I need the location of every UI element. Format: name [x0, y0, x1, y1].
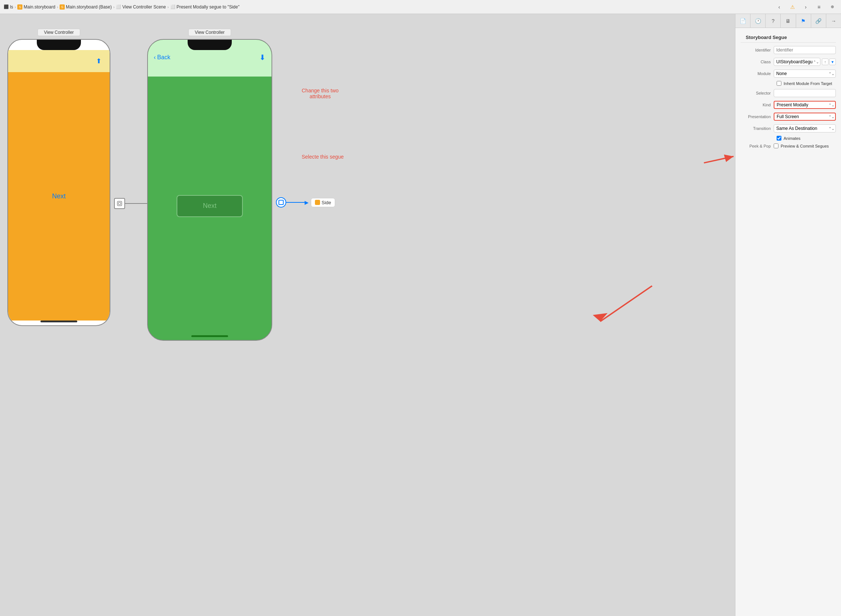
toolbar: ⬛ ls › S Main.storyboard › S Main.storyb… — [0, 0, 841, 14]
side-dot-icon — [315, 200, 320, 205]
panel-tab-help[interactable]: ? — [766, 14, 781, 28]
inherit-checkbox[interactable] — [777, 81, 781, 86]
breadcrumb-item-3[interactable]: S Main.storyboard (Base) — [60, 4, 112, 10]
peek-pop-text: Preview & Commit Segues — [781, 144, 829, 148]
panel-tab-file[interactable]: 📄 — [736, 14, 750, 28]
class-select[interactable]: UIStoryboardSegue — [774, 58, 820, 66]
selector-label: Selector — [741, 91, 774, 95]
right-phone-header: ‹ Back ⬇ — [148, 40, 271, 76]
left-phone-container: View Controller ⬆ Next — [7, 29, 110, 326]
side-destination-label: Side — [311, 198, 335, 207]
breadcrumb-item-1[interactable]: ⬛ ls — [4, 4, 13, 10]
presentation-select[interactable]: Full Screen — [774, 113, 836, 121]
animates-checkbox[interactable] — [777, 136, 781, 141]
svg-line-2 — [704, 156, 734, 163]
left-phone-label: View Controller — [38, 29, 80, 36]
panel-tabs: 📄 🕐 ? 🖥 ⚑ 🔗 → — [736, 14, 841, 28]
svg-rect-0 — [117, 201, 122, 206]
annotation-select: Selecte this segue — [302, 154, 344, 160]
right-phone-home-bar — [191, 335, 228, 337]
animates-label: Animates — [784, 136, 800, 141]
segue-icon-left — [114, 198, 125, 209]
right-panel: 📄 🕐 ? 🖥 ⚑ 🔗 → Storyboard Segue Identifie… — [735, 14, 841, 616]
svg-rect-1 — [119, 202, 121, 205]
back-button-mockup: ‹ Back — [154, 54, 170, 61]
panel-title: Storyboard Segue — [741, 31, 836, 43]
kind-select[interactable]: Present Modally — [774, 101, 836, 109]
breadcrumb-item-4[interactable]: ⬜ View Controller Scene — [116, 4, 166, 10]
panel-tab-flag[interactable]: ⚑ — [796, 14, 811, 28]
transition-label: Transition — [741, 126, 774, 131]
main-layout: View Controller ⬆ Next — [0, 14, 841, 616]
peek-pop-checkbox[interactable] — [774, 144, 778, 148]
left-phone-orange-body: Next — [8, 72, 110, 321]
panel-tab-clock[interactable]: 🕐 — [750, 14, 766, 28]
right-phone-notch — [188, 40, 232, 50]
left-phone-top: ⬆ — [8, 50, 110, 72]
selector-input[interactable] — [774, 89, 836, 97]
panel-tab-device[interactable]: 🖥 — [781, 14, 796, 28]
back-button[interactable]: ‹ — [774, 3, 784, 11]
segue-circle-inner — [278, 200, 284, 205]
next-button-mockup: Next — [177, 195, 243, 217]
class-icon-btn-2[interactable]: ▼ — [829, 59, 836, 65]
right-phone-mockup: ‹ Back ⬇ Next — [147, 39, 272, 341]
left-next-label: Next — [52, 192, 66, 200]
left-phone-mockup: ⬆ Next — [7, 39, 110, 326]
svg-line-3 — [600, 286, 652, 322]
segue-circle-right[interactable] — [276, 197, 286, 208]
presentation-label: Presentation — [741, 114, 774, 119]
warning-button[interactable]: ⚠ — [787, 3, 798, 11]
kind-row: Kind Present Modally ⌃⌄ — [741, 100, 836, 109]
presentation-row: Presentation Full Screen ⌃⌄ — [741, 112, 836, 121]
module-label: Module — [741, 71, 774, 76]
download-icon-mockup: ⬇ — [259, 53, 266, 62]
svg-marker-4 — [593, 313, 607, 322]
peek-pop-row: Peek & Pop Preview & Commit Segues — [741, 144, 836, 148]
class-row: Class UIStoryboardSegue ⌃⌄ ↑ ▼ — [741, 57, 836, 66]
transition-row: Transition Same As Destination ⌃⌄ — [741, 124, 836, 133]
inherit-row: Inherit Module From Target — [741, 81, 836, 86]
forward-button[interactable]: › — [800, 3, 811, 11]
left-phone-notch — [37, 40, 81, 50]
right-phone-container: View Controller ‹ Back ⬇ — [147, 29, 272, 341]
class-icon-btn-1[interactable]: ↑ — [822, 59, 828, 65]
panel-tab-arrow[interactable]: → — [826, 14, 841, 28]
right-phone-body: Next — [148, 76, 271, 335]
right-phone-label: View Controller — [188, 29, 231, 36]
animates-row: Animates — [741, 136, 836, 141]
class-label: Class — [741, 60, 774, 64]
right-segue-area: ▶ Side — [276, 197, 335, 208]
canvas-area[interactable]: View Controller ⬆ Next — [0, 14, 735, 616]
kind-label: Kind — [741, 103, 774, 107]
add-button[interactable]: ⊕ — [827, 3, 837, 11]
panel-tab-link[interactable]: 🔗 — [811, 14, 826, 28]
inherit-label: Inherit Module From Target — [784, 81, 832, 86]
selector-row: Selector — [741, 89, 836, 98]
toolbar-actions: ‹ ⚠ › ≡ ⊕ — [774, 3, 837, 11]
annotation-change: Change this two attributes — [302, 88, 338, 99]
identifier-input[interactable] — [774, 46, 836, 54]
transition-select[interactable]: Same As Destination — [774, 125, 836, 132]
peek-pop-label: Peek & Pop — [741, 144, 774, 148]
breadcrumb-item-2[interactable]: S Main.storyboard — [17, 4, 55, 10]
module-select[interactable]: None — [774, 70, 836, 78]
left-phone-home-bar — [41, 321, 77, 322]
module-row: Module None ⌃⌄ — [741, 69, 836, 78]
identifier-label: Identifier — [741, 48, 774, 52]
left-segue-arrow: ▶ — [114, 198, 151, 209]
list-button[interactable]: ≡ — [814, 3, 824, 11]
breadcrumb-item-5[interactable]: ⬜ Present Modally segue to "Side" — [170, 4, 239, 10]
breadcrumb: ⬛ ls › S Main.storyboard › S Main.storyb… — [4, 4, 239, 10]
identifier-row: Identifier — [741, 45, 836, 54]
share-icon: ⬆ — [94, 56, 104, 66]
panel-content: Storyboard Segue Identifier Class UIStor… — [736, 28, 841, 616]
right-phone-navbar: ‹ Back ⬇ — [148, 50, 271, 65]
